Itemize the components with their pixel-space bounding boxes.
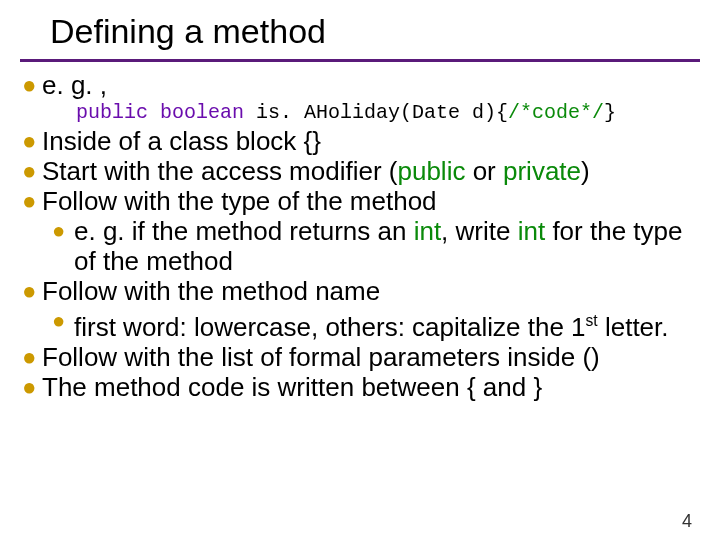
bullet-item: ● Follow with the method name xyxy=(20,276,700,306)
bullet-item: ● e. g. if the method returns an int, wr… xyxy=(52,216,700,276)
nested-list: ● first word: lowercase, others: capital… xyxy=(20,306,700,342)
bullet-item: ● first word: lowercase, others: capital… xyxy=(52,306,700,342)
bullet-item: ● Follow with the list of formal paramet… xyxy=(20,342,700,372)
bullet-text: Follow with the type of the method xyxy=(42,186,700,216)
highlight: private xyxy=(503,156,581,186)
code-comment: /*code*/ xyxy=(508,101,604,124)
bullet-text: e. g. , xyxy=(42,70,700,100)
slide-title: Defining a method xyxy=(0,0,720,57)
nested-list: ● e. g. if the method returns an int, wr… xyxy=(20,216,700,276)
bullet-text: Inside of a class block {} xyxy=(42,126,700,156)
slide-content: ● e. g. , public boolean is. AHoliday(Da… xyxy=(0,70,720,402)
bullet-text: e. g. if the method returns an int, writ… xyxy=(74,216,700,276)
highlight: int xyxy=(518,216,545,246)
code-keyword: public boolean xyxy=(76,101,256,124)
bullet-text: first word: lowercase, others: capitaliz… xyxy=(74,306,700,342)
bullet-icon: ● xyxy=(52,306,74,336)
highlight: int xyxy=(414,216,441,246)
code-text: } xyxy=(604,101,616,124)
bullet-icon: ● xyxy=(20,156,42,186)
page-number: 4 xyxy=(682,511,692,532)
bullet-text: Follow with the method name xyxy=(42,276,700,306)
superscript: st xyxy=(586,312,598,329)
bullet-icon: ● xyxy=(20,186,42,216)
bullet-item: ● The method code is written between { a… xyxy=(20,372,700,402)
bullet-icon: ● xyxy=(20,342,42,372)
bullet-icon: ● xyxy=(20,70,42,100)
bullet-item: ● e. g. , xyxy=(20,70,700,100)
bullet-icon: ● xyxy=(20,276,42,306)
highlight: public xyxy=(397,156,465,186)
bullet-item: ● Start with the access modifier (public… xyxy=(20,156,700,186)
bullet-icon: ● xyxy=(20,126,42,156)
code-text: is. AHoliday(Date d){ xyxy=(256,101,508,124)
title-rule xyxy=(20,59,700,62)
bullet-item: ● Follow with the type of the method xyxy=(20,186,700,216)
code-line: public boolean is. AHoliday(Date d){/*co… xyxy=(20,100,700,126)
bullet-item: ● Inside of a class block {} xyxy=(20,126,700,156)
bullet-icon: ● xyxy=(20,372,42,402)
bullet-text: Follow with the list of formal parameter… xyxy=(42,342,700,372)
bullet-text: The method code is written between { and… xyxy=(42,372,700,402)
bullet-text: Start with the access modifier (public o… xyxy=(42,156,700,186)
bullet-icon: ● xyxy=(52,216,74,246)
